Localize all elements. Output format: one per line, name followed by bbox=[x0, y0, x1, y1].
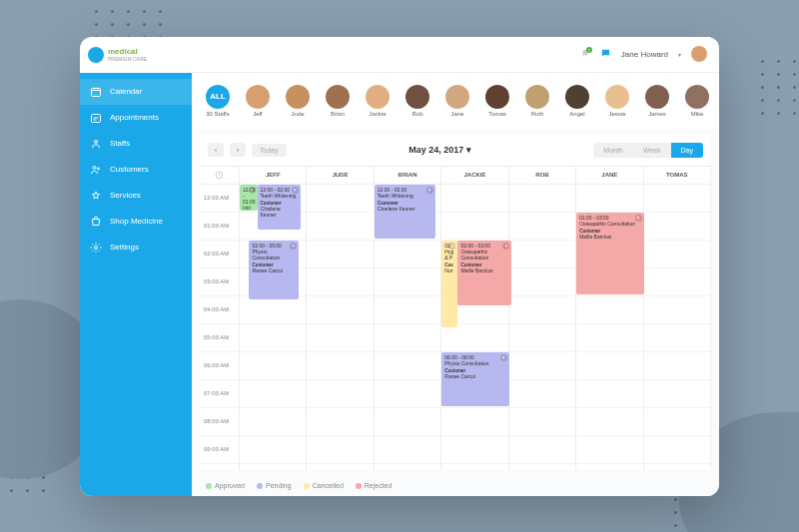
user-name[interactable]: Jane Howard bbox=[621, 50, 668, 59]
time-slot[interactable] bbox=[240, 352, 306, 380]
time-slot[interactable] bbox=[307, 296, 373, 324]
time-slot[interactable] bbox=[307, 241, 373, 268]
time-slot[interactable] bbox=[375, 408, 440, 436]
time-slot[interactable] bbox=[509, 380, 575, 408]
staff-tomas[interactable]: Tomas bbox=[479, 85, 515, 117]
appointment-event[interactable]: ×06:00 - 08:00Physio ConsultationCustome… bbox=[441, 352, 508, 406]
time-slot[interactable] bbox=[240, 436, 306, 464]
appointment-event[interactable]: ×02:00 - 03:00Osteopathic ConsultationCu… bbox=[457, 241, 511, 305]
appointment-event[interactable]: ×12:00 - 02:00Teeth WhiteningCustomerCha… bbox=[375, 185, 435, 239]
time-slot[interactable] bbox=[307, 324, 373, 352]
today-button[interactable]: Today bbox=[252, 144, 287, 157]
close-icon[interactable]: × bbox=[290, 243, 297, 250]
time-slot[interactable] bbox=[441, 324, 507, 352]
close-icon[interactable]: × bbox=[500, 354, 507, 361]
sidebar-item-customers[interactable]: Customers bbox=[80, 157, 192, 183]
time-slot[interactable] bbox=[509, 241, 575, 268]
bell-icon[interactable]: 2 bbox=[580, 49, 590, 59]
time-slot[interactable] bbox=[441, 436, 507, 464]
time-slot[interactable] bbox=[307, 408, 373, 436]
time-slot[interactable] bbox=[240, 408, 306, 436]
close-icon[interactable]: × bbox=[635, 215, 642, 222]
staff-jeff[interactable]: Jeff bbox=[240, 85, 276, 117]
time-slot[interactable] bbox=[240, 296, 306, 324]
time-slot[interactable] bbox=[576, 352, 642, 380]
time-slot[interactable] bbox=[375, 296, 440, 324]
time-slot[interactable] bbox=[509, 324, 575, 352]
sidebar-item-settings[interactable]: Settings bbox=[80, 235, 192, 261]
staff-jude[interactable]: Jude bbox=[280, 85, 316, 117]
time-slot[interactable] bbox=[644, 436, 710, 464]
time-slot[interactable] bbox=[644, 185, 710, 213]
view-day[interactable]: Day bbox=[671, 143, 703, 158]
staff-rob[interactable]: Rob bbox=[400, 85, 435, 117]
time-slot[interactable] bbox=[509, 436, 575, 464]
staff-angel[interactable]: Angel bbox=[559, 85, 595, 117]
time-slot[interactable] bbox=[509, 185, 575, 213]
staff-james[interactable]: James bbox=[639, 85, 675, 117]
time-slot[interactable] bbox=[644, 408, 710, 436]
time-slot[interactable] bbox=[441, 408, 507, 436]
sidebar-item-shop-medicine[interactable]: Shop Medicine bbox=[80, 209, 192, 235]
time-slot[interactable] bbox=[375, 380, 440, 408]
time-slot[interactable] bbox=[576, 185, 642, 213]
avatar[interactable] bbox=[691, 46, 707, 62]
time-slot[interactable] bbox=[307, 268, 373, 296]
time-slot[interactable] bbox=[307, 380, 373, 408]
time-slot[interactable] bbox=[240, 324, 306, 352]
view-week[interactable]: Week bbox=[633, 143, 671, 158]
time-slot[interactable] bbox=[644, 324, 710, 352]
view-month[interactable]: Month bbox=[593, 143, 632, 158]
time-slot[interactable] bbox=[644, 380, 710, 408]
sidebar-item-services[interactable]: Services bbox=[80, 183, 192, 209]
time-slot[interactable] bbox=[307, 352, 373, 380]
staff-all[interactable]: ALL30 Staffs bbox=[200, 85, 236, 117]
time-slot[interactable] bbox=[576, 436, 642, 464]
chat-icon[interactable] bbox=[600, 48, 611, 61]
time-slot[interactable] bbox=[240, 380, 306, 408]
time-slot[interactable] bbox=[576, 324, 642, 352]
time-slot[interactable] bbox=[644, 296, 710, 324]
time-slot[interactable] bbox=[576, 380, 642, 408]
close-icon[interactable]: × bbox=[448, 243, 455, 250]
staff-mike[interactable]: Mike bbox=[679, 85, 715, 117]
close-icon[interactable]: × bbox=[426, 187, 433, 194]
time-slot[interactable] bbox=[644, 213, 710, 241]
appointment-event[interactable]: ×01:00 - 03:00Osteopathic ConsultationCu… bbox=[576, 213, 643, 294]
time-slot[interactable] bbox=[375, 352, 440, 380]
time-slot[interactable] bbox=[644, 268, 710, 296]
staff-ruth[interactable]: Ruth bbox=[519, 85, 555, 117]
appointment-event[interactable]: ×02:00 - 05:00Physio ConsultationCustome… bbox=[249, 241, 299, 300]
time-slot[interactable] bbox=[307, 436, 373, 464]
close-icon[interactable]: × bbox=[249, 187, 256, 194]
time-slot[interactable] bbox=[375, 436, 440, 464]
time-slot[interactable] bbox=[644, 241, 710, 268]
close-icon[interactable]: × bbox=[502, 243, 509, 250]
sidebar-item-staffs[interactable]: Staffs bbox=[80, 131, 192, 157]
staff-jackie[interactable]: Jackie bbox=[360, 85, 396, 117]
time-slot[interactable] bbox=[441, 213, 507, 241]
time-slot[interactable] bbox=[576, 296, 642, 324]
sidebar-item-appointments[interactable]: Appointments bbox=[80, 105, 192, 131]
current-date[interactable]: May 24, 2017 ▾ bbox=[293, 145, 588, 155]
time-slot[interactable] bbox=[375, 324, 440, 352]
close-icon[interactable]: × bbox=[292, 187, 299, 194]
prev-button[interactable]: ‹ bbox=[208, 143, 224, 157]
chevron-down-icon[interactable]: ▾ bbox=[678, 51, 681, 58]
time-slot[interactable] bbox=[375, 268, 440, 296]
staff-jessie[interactable]: Jessie bbox=[599, 85, 635, 117]
appointment-event[interactable]: ×02Hyg & PCusNor bbox=[441, 241, 457, 328]
time-slot[interactable] bbox=[509, 296, 575, 324]
time-slot[interactable] bbox=[509, 352, 575, 380]
time-slot[interactable] bbox=[644, 352, 710, 380]
logo[interactable]: medical PREMIUM CARE bbox=[80, 37, 192, 73]
appointment-event[interactable]: ×12:00 - 01:00InitiCustKevi bbox=[240, 185, 258, 211]
staff-brian[interactable]: Brian bbox=[320, 85, 356, 117]
time-slot[interactable] bbox=[509, 213, 575, 241]
appointment-event[interactable]: ×12:00 - 02:00Teeth WhiteningCustomerCha… bbox=[258, 185, 301, 231]
time-slot[interactable] bbox=[509, 408, 575, 436]
time-slot[interactable] bbox=[375, 241, 440, 268]
staff-jane[interactable]: Jane bbox=[439, 85, 475, 117]
time-slot[interactable] bbox=[307, 213, 373, 241]
next-button[interactable]: › bbox=[230, 143, 246, 157]
